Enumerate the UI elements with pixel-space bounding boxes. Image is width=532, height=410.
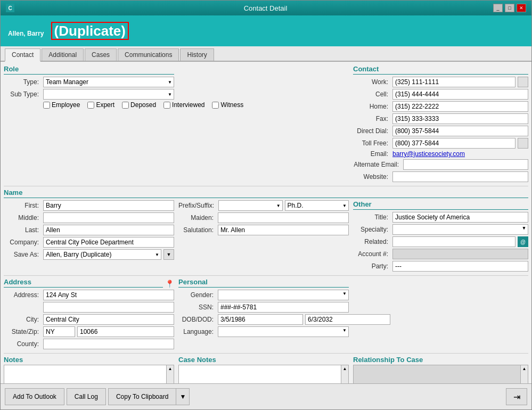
language-label: Language: <box>178 328 216 335</box>
tab-cases[interactable]: Cases <box>85 48 117 61</box>
navigate-button[interactable]: ⇥ <box>506 388 527 405</box>
prefix-select[interactable] <box>218 200 282 211</box>
specialty-select[interactable] <box>392 224 528 235</box>
language-select[interactable] <box>218 326 349 337</box>
title-label: Title: <box>353 214 390 221</box>
website-input[interactable] <box>392 171 528 182</box>
work-input[interactable] <box>392 77 515 87</box>
title-row: Title: <box>353 212 528 223</box>
toll-free-row: Toll Free: <box>353 138 528 149</box>
expert-checkbox-item[interactable]: Expert <box>87 101 114 109</box>
cell-label: Cell: <box>353 91 390 98</box>
type-select[interactable]: Team Manager <box>43 77 174 87</box>
alt-email-row: Alternate Email: <box>353 159 528 170</box>
last-input[interactable] <box>43 225 174 235</box>
contact-section: Contact Work: Cell: Home: Fax: <box>353 65 528 184</box>
company-input[interactable] <box>43 237 174 248</box>
maiden-row: Maiden: <box>178 212 349 223</box>
direct-dial-input[interactable] <box>392 126 528 136</box>
specialty-wrapper: ▼ <box>392 224 528 235</box>
zip-input[interactable] <box>77 326 174 337</box>
save-as-dropdown[interactable]: ▼ <box>163 249 174 260</box>
call-log-button[interactable]: Call Log <box>67 388 106 405</box>
rel-scroll-up[interactable]: ▲ <box>522 366 527 371</box>
company-row: Company: <box>4 237 174 248</box>
save-as-input[interactable] <box>43 249 161 260</box>
subtype-row: Sub Type: <box>4 89 174 100</box>
tab-communications[interactable]: Communications <box>118 48 179 61</box>
add-to-outlook-button[interactable]: Add To Outlook <box>5 388 64 405</box>
name-right: Prefix/Suffix: Ph.D. <box>178 200 349 273</box>
save-as-wrapper <box>43 249 161 260</box>
case-notes-title: Case Notes <box>178 356 349 364</box>
expert-checkbox[interactable] <box>87 102 94 109</box>
case-notes-textarea[interactable] <box>179 365 341 383</box>
deposed-checkbox[interactable] <box>122 102 129 109</box>
fax-input[interactable] <box>392 113 528 124</box>
rel-scrollbar[interactable]: ▲ ▼ <box>520 365 528 383</box>
name-section: Name First: Middle: Last: <box>4 186 528 273</box>
case-scroll-up[interactable]: ▲ <box>343 366 347 371</box>
first-input[interactable] <box>43 200 174 211</box>
maiden-input[interactable] <box>218 212 349 223</box>
account-row: Account #: <box>353 249 528 259</box>
city-label: City: <box>4 316 41 323</box>
state-input[interactable] <box>43 326 75 337</box>
specialty-row: Specialty: ▼ <box>353 224 528 235</box>
copy-to-clipboard-button[interactable]: Copy To Clipboard <box>108 388 176 405</box>
work-btn[interactable] <box>518 77 528 87</box>
window-controls: _ □ ✕ <box>493 4 526 12</box>
deposed-checkbox-item[interactable]: Deposed <box>122 101 156 109</box>
toll-free-btn[interactable] <box>518 138 528 149</box>
dob-input[interactable] <box>218 314 303 325</box>
city-input[interactable] <box>43 314 174 325</box>
tab-history[interactable]: History <box>180 48 214 61</box>
notes-left-textarea[interactable] <box>4 365 166 383</box>
county-input[interactable] <box>43 339 174 349</box>
home-input[interactable] <box>392 101 528 112</box>
interviewed-checkbox[interactable] <box>163 102 170 109</box>
middle-input[interactable] <box>43 212 174 223</box>
email-value[interactable]: barry@justicesociety.com <box>392 150 465 158</box>
state-zip-row: State/Zip: <box>4 326 174 337</box>
last-label: Last: <box>4 226 41 234</box>
first-label: First: <box>4 202 41 209</box>
bottom-left-buttons: Add To Outlook Call Log Copy To Clipboar… <box>5 388 190 405</box>
related-icon-btn[interactable]: @ <box>518 236 528 247</box>
case-notes-section: Case Notes ▲ ▼ <box>178 356 349 383</box>
personal-title: Personal <box>178 278 349 288</box>
case-notes-scrollbar[interactable]: ▲ ▼ <box>341 365 348 383</box>
close-button[interactable]: ✕ <box>517 4 526 12</box>
tab-additional[interactable]: Additional <box>42 48 84 61</box>
tab-contact[interactable]: Contact <box>5 48 40 62</box>
window-title: Contact Detail <box>38 4 493 12</box>
address-input2[interactable] <box>43 302 174 313</box>
subtype-select-wrapper <box>43 89 174 100</box>
alt-email-input[interactable] <box>403 159 528 170</box>
minimize-button[interactable]: _ <box>493 4 503 12</box>
language-row: Language: ▼ <box>178 326 349 337</box>
home-label: Home: <box>353 103 390 110</box>
gender-select[interactable] <box>218 290 349 300</box>
employee-checkbox[interactable] <box>43 102 50 109</box>
restore-button[interactable]: □ <box>505 4 514 12</box>
related-input[interactable] <box>392 236 515 247</box>
salutation-input[interactable] <box>218 225 349 235</box>
employee-checkbox-item[interactable]: Employee <box>43 101 80 109</box>
type-select-wrapper: Team Manager <box>43 77 174 87</box>
cell-input[interactable] <box>392 89 528 100</box>
account-label: Account #: <box>353 250 390 258</box>
toll-free-input[interactable] <box>392 138 515 149</box>
subtype-select[interactable] <box>43 89 174 100</box>
ssn-row: SSN: <box>178 302 349 313</box>
related-row: Related: @ <box>353 236 528 247</box>
copy-dropdown-button[interactable]: ▼ <box>176 388 190 405</box>
suffix-select[interactable]: Ph.D. <box>285 200 349 211</box>
notes-left-scrollbar[interactable]: ▲ ▼ <box>166 365 174 383</box>
type-row: Type: Team Manager <box>4 77 174 87</box>
ssn-input[interactable] <box>218 302 349 313</box>
address-input[interactable] <box>43 290 174 300</box>
title-input[interactable] <box>392 212 528 223</box>
scroll-up-arrow[interactable]: ▲ <box>168 366 173 371</box>
location-icon[interactable]: 📍 <box>165 280 174 288</box>
